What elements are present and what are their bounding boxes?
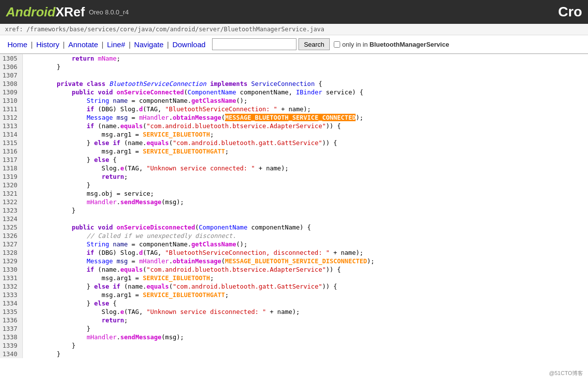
table-row: 1314 msg.arg1 = SERVICE_IBLUETOOTH; [0, 130, 588, 139]
table-row: 1305 return mName; [0, 54, 588, 63]
table-row: 1329 Message msg = mHandler.obtainMessag… [0, 257, 588, 265]
table-row: 1334 } else { [0, 299, 588, 307]
nav-sep-1: | [30, 40, 34, 49]
code-area: 1305 return mName; 1306 } 1307 1308 priv… [0, 54, 588, 363]
nav-sep-3: | [101, 40, 105, 49]
table-row: 1312 Message msg = mHandler.obtainMessag… [0, 113, 588, 122]
table-row: 1330 if (name.equals("com.android.blueto… [0, 265, 588, 274]
table-row: 1317 } else { [0, 155, 588, 164]
only-checkbox[interactable] [334, 41, 340, 48]
nav-sep-4: | [128, 40, 132, 49]
header: Android XRef Oreo 8.0.0_r4 Cro [0, 0, 588, 24]
table-row: 1335 Slog.e(TAG, "Unknown service discon… [0, 307, 588, 316]
table-row: 1327 String name = componentName.getClas… [0, 240, 588, 248]
table-row: 1323 } [0, 206, 588, 215]
only-label: only in in BluetoothManagerService [342, 41, 449, 48]
table-row: 1318 Slog.e(TAG, "Unknown service connec… [0, 164, 588, 172]
table-row: 1315 } else if (name.equals("com.android… [0, 139, 588, 147]
nav-sep-5: | [166, 40, 170, 49]
table-row: 1325 public void onServiceDisconnected(C… [0, 223, 588, 231]
table-row: 1332 } else if (name.equals("com.android… [0, 282, 588, 291]
table-row: 1336 return; [0, 316, 588, 324]
table-row: 1328 if (DBG) Slog.d(TAG, "BluetoothServ… [0, 248, 588, 257]
table-row: 1316 msg.arg1 = SERVICE_IBLUETOOTHGATT; [0, 147, 588, 155]
table-row: 1320 } [0, 181, 588, 189]
logo-xref: XRef [56, 4, 85, 20]
cro-text: Cro [558, 4, 582, 20]
nav-download[interactable]: Download [170, 39, 208, 50]
table-row: 1331 msg.arg1 = SERVICE_IBLUETOOTH; [0, 274, 588, 282]
table-row: 1340 } [0, 350, 588, 358]
search-input[interactable] [212, 38, 296, 50]
navbar: Home | History | Annotate | Line# | Navi… [0, 35, 588, 54]
table-row: 1339 } [0, 341, 588, 350]
table-row: 1321 msg.obj = service; [0, 189, 588, 198]
nav-navigate[interactable]: Navigate [132, 39, 166, 50]
nav-home[interactable]: Home [5, 39, 30, 50]
logo-version: Oreo 8.0.0_r4 [89, 8, 129, 16]
logo-android: Android [6, 4, 56, 20]
table-row: 1308 private class BluetoothServiceConne… [0, 79, 588, 88]
table-row: 1337 } [0, 324, 588, 333]
table-row: 1322 mHandler.sendMessage(msg); [0, 198, 588, 206]
table-row: 1309 public void onServiceConnected(Comp… [0, 88, 588, 96]
nav-annotate[interactable]: Annotate [66, 39, 101, 50]
table-row: 1326 // Called if we unexpectedly discon… [0, 231, 588, 240]
table-row: 1307 [0, 71, 588, 79]
table-row: 1319 return; [0, 172, 588, 181]
search-button[interactable]: Search [298, 38, 330, 50]
table-row: 1311 if (DBG) Slog.d(TAG, "BluetoothServ… [0, 105, 588, 113]
table-row: 1310 String name = componentName.getClas… [0, 96, 588, 105]
table-row: 1306 } [0, 63, 588, 71]
table-row: 1324 [0, 215, 588, 223]
nav-sep-2: | [62, 40, 66, 49]
nav-line[interactable]: Line# [104, 39, 128, 50]
table-row: 1333 msg.arg1 = SERVICE_IBLUETOOTHGATT; [0, 291, 588, 299]
table-row: 1338 mHandler.sendMessage(msg); [0, 333, 588, 341]
table-row: 1313 if (name.equals("com.android.blueto… [0, 122, 588, 130]
nav-history[interactable]: History [34, 39, 62, 50]
breadcrumb: xref: /frameworks/base/services/core/jav… [0, 24, 588, 35]
